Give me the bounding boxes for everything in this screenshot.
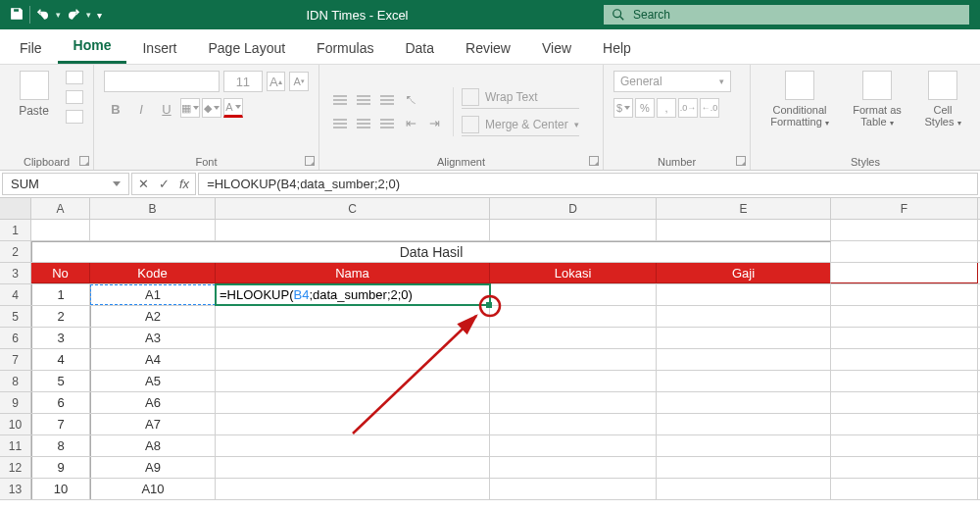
tab-page-layout[interactable]: Page Layout (192, 32, 301, 64)
search-box[interactable]: Search (603, 4, 970, 26)
row-header[interactable]: 11 (0, 435, 31, 456)
paste-button[interactable]: Paste (10, 71, 58, 118)
cancel-formula-icon[interactable]: ✕ (138, 177, 149, 191)
cell-styles-button[interactable]: Cell Styles ▾ (920, 71, 965, 128)
tab-data[interactable]: Data (389, 32, 450, 64)
tab-review[interactable]: Review (450, 32, 526, 64)
row-header[interactable]: 6 (0, 328, 31, 348)
row-header[interactable]: 1 (0, 220, 31, 240)
cell-lokasi[interactable] (490, 457, 657, 478)
tab-home[interactable]: Home (58, 29, 127, 64)
cell[interactable] (831, 349, 978, 370)
header-no[interactable]: No (31, 263, 90, 283)
worksheet[interactable]: A B C D E F 1 2 Data Hasil 3 No Kode Nam… (0, 198, 980, 500)
cell-lokasi[interactable] (490, 392, 657, 413)
cell-no[interactable]: 10 (31, 479, 90, 499)
font-dialog-launcher[interactable] (305, 156, 315, 166)
accounting-format-button[interactable]: $ (613, 98, 633, 118)
cell-kode[interactable]: A1 (90, 284, 216, 305)
cell-no[interactable]: 4 (31, 349, 90, 370)
redo-icon[interactable] (67, 7, 80, 24)
cell-kode[interactable]: A4 (90, 349, 216, 370)
row-header[interactable]: 8 (0, 371, 31, 391)
row-header[interactable]: 13 (0, 479, 31, 499)
tab-help[interactable]: Help (587, 32, 647, 64)
cell-no[interactable]: 9 (31, 457, 90, 478)
copy-icon[interactable] (66, 90, 83, 104)
cell[interactable] (90, 220, 216, 240)
align-left-button[interactable] (329, 114, 351, 133)
row-header[interactable]: 7 (0, 349, 31, 370)
tab-file[interactable]: File (6, 32, 58, 64)
shrink-font-button[interactable]: A▾ (289, 72, 309, 91)
merge-center-button[interactable]: Merge & Center ▾ (462, 115, 579, 136)
col-header-F[interactable]: F (831, 198, 978, 219)
formula-input[interactable]: =HLOOKUP(B4;data_sumber;2;0) (198, 173, 978, 195)
cell[interactable] (657, 220, 831, 240)
row-header[interactable]: 5 (0, 306, 31, 327)
align-bottom-button[interactable] (376, 90, 398, 110)
enter-formula-icon[interactable]: ✓ (159, 177, 170, 191)
font-color-button[interactable]: A (223, 98, 243, 118)
table-title[interactable]: Data Hasil (31, 241, 831, 262)
cell[interactable] (831, 241, 978, 262)
cell[interactable] (831, 263, 978, 283)
name-box[interactable]: SUM (2, 173, 129, 195)
orientation-button[interactable]: ⭦ (400, 90, 421, 110)
cell-lokasi[interactable] (490, 284, 657, 305)
cell-kode[interactable]: A9 (90, 457, 216, 478)
cell-kode[interactable]: A8 (90, 435, 216, 456)
underline-button[interactable]: U (155, 98, 178, 120)
select-all-corner[interactable] (0, 198, 31, 219)
save-icon[interactable] (10, 7, 24, 24)
col-header-C[interactable]: C (216, 198, 490, 219)
cell-no[interactable]: 3 (31, 328, 90, 348)
cell-nama[interactable] (216, 349, 490, 370)
cell-nama[interactable] (216, 392, 490, 413)
number-format-select[interactable]: General▾ (613, 71, 731, 92)
comma-format-button[interactable]: , (657, 98, 676, 118)
cell[interactable] (831, 435, 978, 456)
tab-insert[interactable]: Insert (126, 32, 192, 64)
cell-lokasi[interactable] (490, 328, 657, 348)
header-nama[interactable]: Nama (216, 263, 490, 283)
cell-kode[interactable]: A2 (90, 306, 216, 327)
tab-formulas[interactable]: Formulas (301, 32, 389, 64)
cell-kode[interactable]: A10 (90, 479, 216, 499)
cell-gaji[interactable] (657, 392, 831, 413)
cell-no[interactable]: 2 (31, 306, 90, 327)
cell-nama[interactable]: =HLOOKUP(B4;data_sumber;2;0) (216, 284, 490, 305)
row-header[interactable]: 9 (0, 392, 31, 413)
header-gaji[interactable]: Gaji (657, 263, 831, 283)
cell-lokasi[interactable] (490, 349, 657, 370)
cell-gaji[interactable] (657, 284, 831, 305)
increase-indent-button[interactable]: ⇥ (423, 114, 445, 133)
cell[interactable] (831, 306, 978, 327)
decrease-indent-button[interactable]: ⇤ (400, 114, 421, 133)
increase-decimal-button[interactable]: .0→ (678, 98, 698, 118)
cell-nama[interactable] (216, 306, 490, 327)
row-header[interactable]: 12 (0, 457, 31, 478)
decrease-decimal-button[interactable]: ←.0 (700, 98, 719, 118)
clipboard-dialog-launcher[interactable] (79, 156, 89, 166)
border-button[interactable]: ▦ (180, 98, 200, 118)
cell-kode[interactable]: A7 (90, 414, 216, 434)
italic-button[interactable]: I (129, 98, 153, 120)
grow-font-button[interactable]: A▴ (267, 72, 286, 91)
conditional-formatting-button[interactable]: Conditional Formatting ▾ (765, 71, 834, 128)
col-header-D[interactable]: D (490, 198, 657, 219)
format-as-table-button[interactable]: Format as Table ▾ (848, 71, 906, 128)
redo-dropdown-icon[interactable]: ▾ (86, 10, 91, 20)
cell-kode[interactable]: A6 (90, 392, 216, 413)
cell-lokasi[interactable] (490, 435, 657, 456)
cell-lokasi[interactable] (490, 479, 657, 499)
cut-icon[interactable] (66, 71, 83, 84)
cell-kode[interactable]: A5 (90, 371, 216, 391)
row-header[interactable]: 10 (0, 414, 31, 434)
bold-button[interactable]: B (104, 98, 127, 120)
font-family-select[interactable] (104, 71, 220, 92)
cell-nama[interactable] (216, 457, 490, 478)
cell-kode[interactable]: A3 (90, 328, 216, 348)
col-header-E[interactable]: E (657, 198, 831, 219)
col-header-B[interactable]: B (90, 198, 216, 219)
